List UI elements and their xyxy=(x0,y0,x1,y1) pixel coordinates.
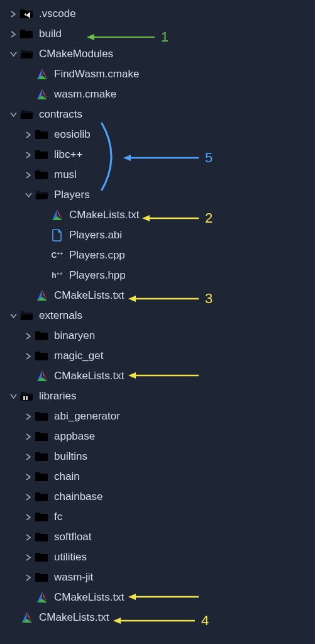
tree-folder-chain[interactable]: chain xyxy=(0,467,315,487)
chevron-right-icon xyxy=(24,150,33,159)
tree-item-label: libc++ xyxy=(54,148,82,161)
tree-folder-eosiolib[interactable]: eosiolib xyxy=(0,125,315,145)
folder-open-icon xyxy=(20,47,34,61)
tree-item-label: FindWasm.cmake xyxy=(54,68,139,80)
tree-item-label: builtins xyxy=(54,450,87,463)
tree-item-label: CMakeLists.txt xyxy=(54,370,124,382)
cmake-icon xyxy=(35,289,49,303)
folder-icon xyxy=(35,168,49,182)
tree-item-label: softfloat xyxy=(54,531,92,543)
tree-folder-externals[interactable]: externals xyxy=(0,306,315,326)
tree-folder-softfloat[interactable]: softfloat xyxy=(0,527,315,547)
chevron-right-icon xyxy=(24,170,33,179)
folder-icon xyxy=(35,349,49,363)
tree-item-label: chainbase xyxy=(54,491,103,503)
chevron-right-icon xyxy=(24,412,33,421)
tree-item-label: musl xyxy=(54,169,77,181)
cmake-icon xyxy=(35,369,49,383)
chevron-right-icon xyxy=(24,492,33,501)
tree-item-label: CMakeLists.txt xyxy=(54,289,124,302)
tree-item-label: utilities xyxy=(54,551,87,564)
tree-item-label: abi_generator xyxy=(54,410,120,423)
tree-item-label: Players.hpp xyxy=(69,269,126,282)
folder-icon xyxy=(35,329,49,343)
tree-item-label: .vscode xyxy=(39,8,76,20)
file-tree: .vscode build CMakeModules FindWasm.cmak… xyxy=(0,0,315,628)
tree-file-root-cmakelists[interactable]: CMakeLists.txt xyxy=(0,608,315,628)
chevron-right-icon xyxy=(24,472,33,481)
cmake-icon xyxy=(35,87,49,101)
tree-item-label: Players.cpp xyxy=(69,249,125,262)
tree-folder-wasm-jit[interactable]: wasm-jit xyxy=(0,567,315,587)
tree-file-wasm-cmake[interactable]: wasm.cmake xyxy=(0,84,315,104)
folder-icon xyxy=(35,128,49,142)
folder-icon xyxy=(35,148,49,162)
chevron-right-icon xyxy=(9,30,18,38)
tree-item-label: libraries xyxy=(39,390,77,402)
folder-icon xyxy=(20,7,34,21)
folder-icon xyxy=(35,530,49,544)
tree-folder-magic-get[interactable]: magic_get xyxy=(0,346,315,366)
folder-icon xyxy=(35,510,49,524)
chevron-right-icon xyxy=(24,432,33,441)
tree-folder-chainbase[interactable]: chainbase xyxy=(0,487,315,507)
folder-icon xyxy=(35,550,49,564)
tree-item-label: eosiolib xyxy=(54,128,91,141)
chevron-right-icon xyxy=(9,9,18,18)
folder-icon xyxy=(35,450,49,464)
folder-open-icon xyxy=(20,389,34,403)
chevron-down-icon xyxy=(9,311,18,320)
tree-file-externals-cmakelists[interactable]: CMakeLists.txt xyxy=(0,366,315,386)
tree-file-findwasm[interactable]: FindWasm.cmake xyxy=(0,64,315,84)
tree-folder-utilities[interactable]: utilities xyxy=(0,547,315,567)
tree-item-label: externals xyxy=(39,309,82,322)
tree-file-players-abi[interactable]: Players.abi xyxy=(0,225,315,245)
tree-folder-players[interactable]: Players xyxy=(0,185,315,205)
tree-folder-vscode[interactable]: .vscode xyxy=(0,4,315,24)
chevron-right-icon xyxy=(24,553,33,562)
tree-item-label: contracts xyxy=(39,108,82,121)
tree-folder-appbase[interactable]: appbase xyxy=(0,426,315,447)
tree-folder-contracts[interactable]: contracts xyxy=(0,104,315,125)
tree-item-label: magic_get xyxy=(54,350,103,362)
tree-file-contracts-cmakelists[interactable]: CMakeLists.txt xyxy=(0,286,315,306)
tree-file-players-cpp[interactable]: C++ Players.cpp xyxy=(0,245,315,265)
tree-file-players-cmakelists[interactable]: CMakeLists.txt xyxy=(0,205,315,225)
folder-icon xyxy=(20,27,34,41)
tree-file-players-hpp[interactable]: h++ Players.hpp xyxy=(0,265,315,286)
tree-item-label: wasm.cmake xyxy=(54,88,116,101)
cmake-icon xyxy=(20,611,34,625)
tree-item-label: fc xyxy=(54,511,62,523)
tree-item-label: chain xyxy=(54,470,80,483)
tree-item-label: build xyxy=(39,28,62,40)
tree-item-label: binaryen xyxy=(54,330,95,342)
folder-open-icon xyxy=(20,309,34,323)
tree-folder-fc[interactable]: fc xyxy=(0,507,315,527)
folder-icon xyxy=(35,470,49,484)
chevron-right-icon xyxy=(24,533,33,541)
tree-folder-build[interactable]: build xyxy=(0,24,315,44)
folder-open-icon xyxy=(35,188,49,202)
folder-icon xyxy=(35,430,49,443)
tree-folder-libcpp[interactable]: libc++ xyxy=(0,145,315,165)
cmake-icon xyxy=(35,67,49,81)
tree-item-label: wasm-jit xyxy=(54,571,93,584)
tree-folder-builtins[interactable]: builtins xyxy=(0,447,315,467)
chevron-right-icon xyxy=(24,573,33,582)
tree-folder-musl[interactable]: musl xyxy=(0,165,315,185)
tree-item-label: Players.abi xyxy=(69,229,122,242)
tree-folder-cmake-modules[interactable]: CMakeModules xyxy=(0,44,315,64)
chevron-down-icon xyxy=(24,191,33,199)
tree-item-label: CMakeLists.txt xyxy=(54,591,124,604)
folder-icon xyxy=(35,409,49,423)
tree-file-libraries-cmakelists[interactable]: CMakeLists.txt xyxy=(0,587,315,608)
tree-folder-libraries[interactable]: libraries xyxy=(0,386,315,406)
tree-folder-binaryen[interactable]: binaryen xyxy=(0,326,315,346)
tree-folder-abi-generator[interactable]: abi_generator xyxy=(0,406,315,426)
cmake-icon xyxy=(35,591,49,604)
tree-item-label: CMakeLists.txt xyxy=(69,209,139,221)
chevron-down-icon xyxy=(9,110,18,119)
chevron-down-icon xyxy=(9,50,18,58)
chevron-right-icon xyxy=(24,352,33,360)
chevron-right-icon xyxy=(24,331,33,340)
